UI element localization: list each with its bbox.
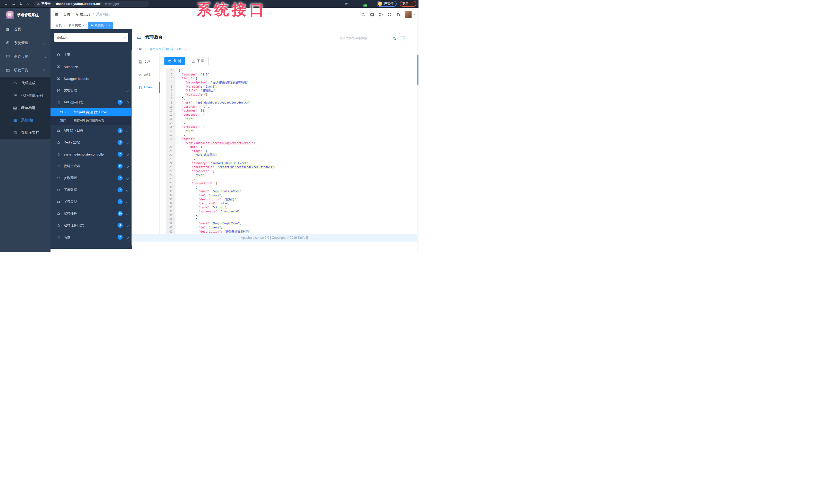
chevron-down-icon[interactable] [126, 212, 128, 216]
mini-nav-文档[interactable]: 文档 [132, 58, 159, 66]
tag-2[interactable]: 系统接口× [88, 22, 113, 29]
paused-label: 已暂停 [384, 2, 393, 6]
swagger-nav-item-2[interactable]: Swagger Models [51, 73, 132, 85]
chevron-up-icon[interactable] [44, 68, 46, 72]
fold-toggle-icon[interactable]: ▾ [173, 69, 176, 73]
chevron-down-icon[interactable] [126, 200, 128, 204]
copy-button[interactable]: 复制 [164, 57, 185, 65]
collapse-menu-icon[interactable] [137, 35, 141, 40]
fold-toggle-icon[interactable]: ▾ [173, 181, 176, 185]
mini-nav-调试[interactable]: 调试 [132, 71, 159, 78]
fold-toggle-icon[interactable]: ▾ [173, 125, 176, 129]
chevron-down-icon[interactable] [44, 55, 46, 59]
swagger-nav-item-13[interactable]: 定时任务日志4 [51, 220, 132, 231]
api-group-select[interactable]: default [54, 33, 128, 42]
chevron-down-icon[interactable] [126, 129, 128, 133]
chevron-down-icon[interactable] [126, 188, 128, 192]
cloud-icon [56, 200, 61, 203]
sidebar-item-3[interactable]: 研发工具 [0, 63, 51, 77]
tag-0[interactable]: 首页 [53, 22, 65, 29]
swagger-nav-item-5[interactable]: API 错误日志3 [51, 125, 132, 136]
fold-toggle-icon[interactable]: ▾ [173, 113, 176, 117]
swagger-nav-item-4[interactable]: API 访问日志2 [51, 96, 132, 108]
swagger-nav-item-10[interactable]: 字典数据7 [51, 184, 132, 196]
chevron-up-icon[interactable] [126, 100, 128, 104]
browser-menu-icon[interactable]: ⋮ [410, 2, 414, 5]
code-editor[interactable]: 1▾{2"swagger": "2.0",3▾"info": {4"descri… [166, 69, 417, 234]
tag-close-icon[interactable]: × [108, 24, 110, 27]
address-bar[interactable]: ⚠ 不安全 dashboard.yudao.iocoder.cn/tool/sw… [34, 1, 149, 7]
swagger-nav-operations: GET导出API 访问日志 ExcelGET获得API 访问日志分页 [51, 108, 132, 125]
chevron-down-icon[interactable] [126, 164, 128, 168]
sidebar-item-2[interactable]: 基础设施 [0, 50, 51, 63]
swagger-nav-item-8[interactable]: 代码生成器11 [51, 160, 132, 172]
breadcrumb-home[interactable]: 首页 [63, 12, 70, 17]
fold-toggle-icon[interactable]: ▾ [173, 137, 176, 141]
code-text: "contact": {} [176, 93, 208, 97]
chevron-down-icon[interactable] [126, 176, 128, 180]
help-icon[interactable] [378, 12, 383, 17]
fullscreen-icon[interactable] [387, 12, 392, 17]
chevron-down-icon[interactable] [126, 152, 128, 156]
security-label[interactable]: 不安全 [41, 2, 51, 6]
user-avatar[interactable] [405, 11, 412, 18]
swagger-nav-item-12[interactable]: 定时任务10 [51, 208, 132, 220]
font-size-icon[interactable] [396, 12, 400, 17]
sidebar-subitem-0[interactable]: 代码生成 [0, 77, 51, 89]
chevron-down-icon[interactable] [126, 89, 128, 92]
bookmark-star-icon[interactable]: ☆ [344, 2, 348, 6]
swagger-nav-item-3[interactable]: 文档管理 [51, 85, 132, 96]
doc-search-input[interactable] [339, 35, 389, 41]
swagger-nav-item-1[interactable]: Authorize [51, 61, 132, 73]
sidebar-subitem-3[interactable]: 系统接口 [0, 114, 51, 127]
operation-item-0[interactable]: GET导出API 访问日志 Excel [51, 108, 132, 116]
doc-search-icon[interactable] [392, 37, 397, 41]
chevron-down-icon[interactable] [126, 236, 128, 239]
tag-1[interactable]: 表单构建× [66, 22, 87, 29]
fold-toggle-icon[interactable]: ▾ [173, 149, 176, 153]
chevron-down-icon[interactable] [126, 141, 128, 145]
fold-toggle-icon[interactable]: ▾ [173, 218, 176, 222]
chevron-down-icon[interactable] [126, 224, 128, 227]
swagger-nav-item-14[interactable]: 岗位7 [51, 231, 132, 243]
fold-toggle-icon[interactable]: ▾ [173, 141, 176, 145]
doc-tab-close-icon[interactable]: × [184, 48, 186, 51]
mini-nav-open[interactable]: Open [132, 84, 159, 91]
fold-toggle-icon[interactable]: ▾ [173, 76, 176, 81]
swagger-nav-item-0[interactable]: 主页 [51, 49, 132, 61]
browser-forward-icon[interactable]: → [12, 2, 16, 6]
browser-back-icon[interactable]: ← [4, 2, 8, 6]
browser-home-icon[interactable]: ⌂ [26, 2, 29, 6]
doc-tab-0[interactable]: 主页 [132, 45, 146, 53]
chevron-down-icon[interactable] [44, 41, 46, 45]
sidebar-subitem-1[interactable]: 代码生成示例 [0, 89, 51, 102]
swagger-nav-item-11[interactable]: 字典类型7 [51, 196, 132, 208]
tag-close-icon[interactable]: × [83, 24, 84, 27]
download-button[interactable]: 下载 [188, 57, 209, 65]
swagger-nav-item-9[interactable]: 参数配置7 [51, 172, 132, 184]
sidebar-subitem-4[interactable]: 数据库文档 [0, 127, 51, 139]
swagger-nav-item-6[interactable]: Redis 监控2 [51, 136, 132, 148]
doc-tab-1[interactable]: 导出API 访问日志 Excel× [146, 45, 190, 53]
fold-toggle-icon[interactable]: ▾ [173, 145, 176, 149]
browser-reload-icon[interactable]: ↻ [19, 2, 23, 6]
github-icon[interactable] [370, 12, 374, 17]
fold-toggle-icon[interactable]: ▾ [173, 169, 176, 173]
update-button[interactable]: 更新 ⋮ [400, 1, 416, 7]
language-toggle-icon[interactable]: 中 [401, 37, 406, 41]
swagger-nav-item-7[interactable]: sys-sms-template-controller7 [51, 148, 132, 160]
sidebar-scrollbar[interactable] [131, 50, 132, 245]
chevron-down-icon[interactable]: ▾ [414, 13, 415, 16]
sidebar-item-1[interactable]: 系统管理 [0, 36, 51, 50]
page-scrollbar[interactable] [417, 8, 418, 252]
operation-item-1[interactable]: GET获得API 访问日志分页 [51, 116, 132, 125]
hamburger-icon[interactable] [55, 12, 59, 17]
profile-paused-pill[interactable]: 已暂停 [377, 1, 397, 7]
sidebar-subitem-2[interactable]: 表单构建 [0, 102, 51, 114]
fold-toggle-icon[interactable]: ▾ [173, 185, 176, 189]
app-logo[interactable]: 芋道管理系统 [0, 8, 51, 22]
sidebar-item-0[interactable]: 首页 [0, 22, 51, 36]
breadcrumb-tools[interactable]: 研发工具 [76, 12, 90, 17]
page-scrollbar-thumb[interactable] [417, 55, 418, 85]
search-icon[interactable] [361, 12, 366, 17]
